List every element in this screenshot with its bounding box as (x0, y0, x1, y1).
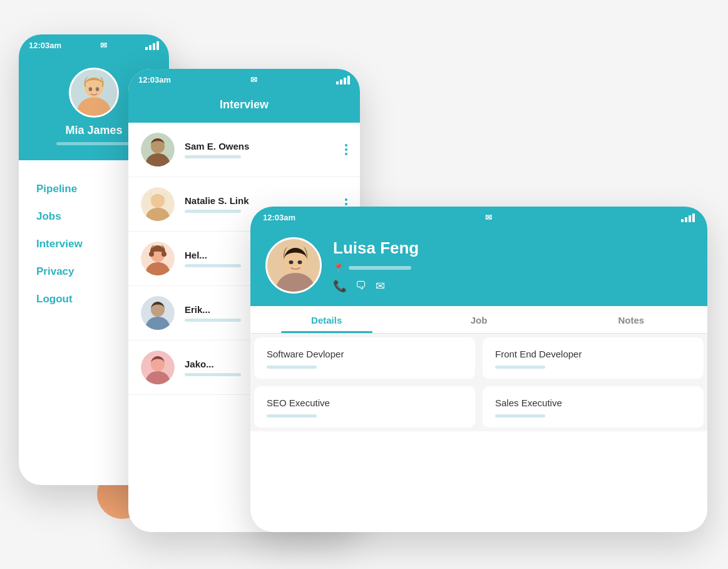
grid-bar-4 (495, 414, 545, 418)
status-bar-2: 12:03am ✉ (128, 69, 360, 90)
phone-detail: 12:03am ✉ Luisa Feng (250, 207, 707, 532)
progress-1 (185, 155, 241, 158)
msg-icon-3: ✉ (485, 213, 492, 222)
profile-section-3: Luisa Feng 📍 📞 🗨 ✉ (250, 227, 707, 306)
avatar-mia (69, 68, 119, 118)
profile-name-3: Luisa Feng (333, 238, 419, 258)
job-title-4: Sales Executive (495, 397, 691, 408)
time-1: 12:03am (29, 41, 61, 50)
svg-point-18 (289, 260, 294, 264)
progress-5 (185, 373, 241, 376)
svg-point-1 (85, 79, 103, 98)
time-3: 12:03am (263, 213, 295, 222)
action-icons: 📞 🗨 ✉ (333, 279, 419, 293)
email-icon[interactable]: ✉ (376, 279, 385, 293)
grid-cell-4[interactable]: Sales Executive (483, 386, 704, 428)
status-bar-1: 12:03am ✉ (19, 34, 169, 55)
grid-cell-3[interactable]: SEO Executive (254, 386, 475, 428)
signal-1 (145, 41, 159, 50)
svg-point-2 (89, 87, 93, 91)
candidate-name-1: Sam E. Owens (185, 141, 342, 151)
grid-cell-1[interactable]: Software Devloper (254, 337, 475, 379)
svg-point-3 (96, 87, 100, 91)
progress-3 (185, 264, 241, 267)
tab-notes[interactable]: Notes (555, 306, 707, 333)
svg-point-19 (298, 260, 302, 264)
avatar-erik (141, 296, 175, 330)
list-item[interactable]: Sam E. Owens (128, 123, 360, 177)
job-title-2: Front End Developer (495, 349, 691, 359)
location-bar (349, 266, 411, 270)
profile-name-1: Mia James (65, 124, 122, 137)
location-icon: 📍 (333, 263, 344, 273)
progress-4 (185, 319, 241, 322)
tab-details[interactable]: Details (250, 306, 402, 333)
jobs-grid: Software Devloper Front End Developer SE… (250, 334, 707, 431)
signal-3 (681, 213, 695, 222)
tabs: Details Job Notes (250, 306, 707, 334)
avatar-luisa (265, 237, 322, 294)
signal-2 (336, 76, 350, 85)
profile-info-3: Luisa Feng 📍 📞 🗨 ✉ (333, 238, 419, 293)
status-bar-3: 12:03am ✉ (250, 207, 707, 227)
dot (345, 144, 347, 146)
dot (345, 153, 347, 155)
avatar-jako (141, 351, 175, 384)
dot (345, 203, 347, 205)
grid-bar-3 (267, 414, 317, 418)
interview-header: Interview (128, 90, 360, 123)
progress-2 (185, 210, 241, 213)
job-title-1: Software Devloper (267, 349, 463, 359)
tab-job[interactable]: Job (402, 306, 555, 333)
time-2: 12:03am (138, 75, 171, 85)
candidate-info-1: Sam E. Owens (185, 141, 342, 158)
avatar-natalie (141, 187, 175, 221)
grid-cell-2[interactable]: Front End Developer (483, 337, 704, 379)
dot (345, 198, 347, 201)
avatar-hel (141, 242, 175, 275)
job-title-3: SEO Executive (267, 397, 463, 408)
avatar-sam (141, 133, 175, 167)
message-icon[interactable]: 🗨 (356, 279, 367, 292)
dot (345, 148, 347, 151)
phone-icon[interactable]: 📞 (333, 279, 347, 293)
grid-bar-1 (267, 366, 317, 369)
msg-icon-2: ✉ (250, 75, 257, 85)
dots-menu-1[interactable] (342, 141, 350, 158)
candidate-name-2: Natalie S. Link (185, 195, 342, 206)
location-row: 📍 (333, 263, 419, 273)
msg-icon-1: ✉ (100, 41, 107, 50)
progress-bar-1 (56, 142, 131, 145)
grid-bar-2 (495, 366, 545, 369)
